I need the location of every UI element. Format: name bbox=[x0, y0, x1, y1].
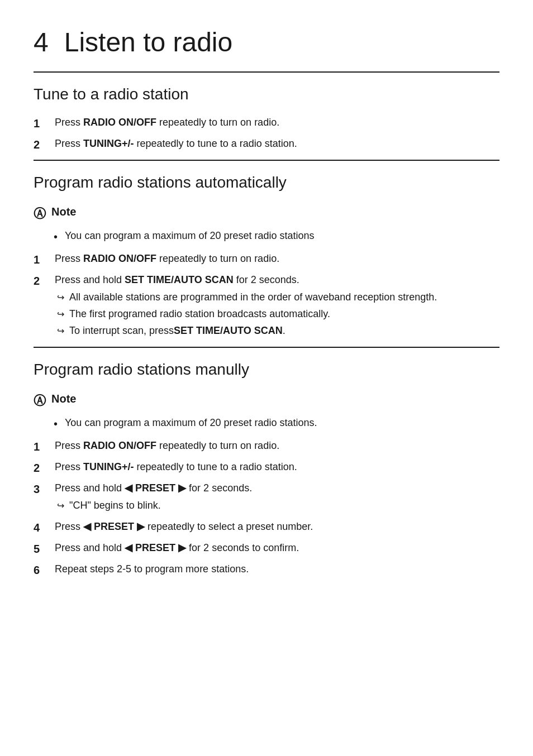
tune-heading: Tune to a radio station bbox=[34, 83, 499, 106]
step-content: Press RADIO ON/OFF repeatedly to turn on… bbox=[55, 438, 499, 453]
sub-item-1: All available stations are programmed in… bbox=[57, 290, 499, 305]
sub-item-ch: "CH" begins to blink. bbox=[57, 498, 499, 513]
tune-steps: 1 Press RADIO ON/OFF repeatedly to turn … bbox=[34, 115, 499, 153]
step-number: 1 bbox=[34, 438, 51, 455]
manual-step-1: 1 Press RADIO ON/OFF repeatedly to turn … bbox=[34, 438, 499, 455]
section-divider-1 bbox=[34, 160, 499, 161]
page-title: 4Listen to radio bbox=[34, 22, 499, 63]
step-number: 6 bbox=[34, 562, 51, 578]
manual-note-bullet-1: You can program a maximum of 20 preset r… bbox=[54, 415, 499, 430]
manual-step-3: 3 Press and hold ◀ PRESET ▶ for 2 second… bbox=[34, 481, 499, 515]
tune-step-2: 2 Press TUNING+/- repeatedly to tune to … bbox=[34, 136, 499, 153]
auto-step-2: 2 Press and hold SET TIME/AUTO SCAN for … bbox=[34, 272, 499, 340]
step-number: 2 bbox=[34, 460, 51, 476]
note-icon: Ⓐ bbox=[34, 204, 46, 223]
auto-note-bullet-1: You can program a maximum of 20 preset r… bbox=[54, 228, 499, 243]
step-content: Press and hold ◀ PRESET ▶ for 2 seconds … bbox=[55, 540, 499, 556]
step-number: 5 bbox=[34, 540, 51, 557]
step-number: 4 bbox=[34, 519, 51, 536]
auto-section: Program radio stations automatically Ⓐ N… bbox=[34, 171, 499, 340]
auto-note-label: Note bbox=[51, 203, 76, 220]
auto-step-1: 1 Press RADIO ON/OFF repeatedly to turn … bbox=[34, 251, 499, 268]
step-content: Repeat steps 2-5 to program more station… bbox=[55, 562, 499, 577]
title-text: Listen to radio bbox=[64, 27, 233, 57]
step-number: 1 bbox=[34, 115, 51, 132]
step-content: Press RADIO ON/OFF repeatedly to turn on… bbox=[55, 115, 499, 130]
auto-heading: Program radio stations automatically bbox=[34, 171, 499, 194]
title-divider bbox=[34, 71, 499, 73]
manual-note-bullets: You can program a maximum of 20 preset r… bbox=[54, 415, 499, 430]
auto-note-box: Ⓐ Note bbox=[34, 203, 499, 223]
step-number: 2 bbox=[34, 136, 51, 153]
auto-step-2-sub: All available stations are programmed in… bbox=[57, 290, 499, 338]
manual-note-box: Ⓐ Note bbox=[34, 390, 499, 410]
step-content: Press TUNING+/- repeatedly to tune to a … bbox=[55, 136, 499, 151]
step-number: 2 bbox=[34, 272, 51, 289]
chapter-number: 4 bbox=[34, 27, 49, 57]
step-content: Press RADIO ON/OFF repeatedly to turn on… bbox=[55, 251, 499, 266]
step-content: Press ◀ PRESET ▶ repeatedly to select a … bbox=[55, 519, 499, 534]
auto-note-bullets: You can program a maximum of 20 preset r… bbox=[54, 228, 499, 243]
sub-item-3: To interrupt scan, press SET TIME/AUTO S… bbox=[57, 323, 499, 338]
sub-item-2: The first programed radio station broadc… bbox=[57, 307, 499, 322]
manual-steps: 1 Press RADIO ON/OFF repeatedly to turn … bbox=[34, 438, 499, 578]
manual-step-2: 2 Press TUNING+/- repeatedly to tune to … bbox=[34, 460, 499, 476]
manual-step-3-sub: "CH" begins to blink. bbox=[57, 498, 499, 513]
tune-section: Tune to a radio station 1 Press RADIO ON… bbox=[34, 83, 499, 153]
auto-steps: 1 Press RADIO ON/OFF repeatedly to turn … bbox=[34, 251, 499, 340]
step-content: Press and hold ◀ PRESET ▶ for 2 seconds.… bbox=[55, 481, 499, 515]
step-content: Press and hold SET TIME/AUTO SCAN for 2 … bbox=[55, 272, 499, 340]
step-content: Press TUNING+/- repeatedly to tune to a … bbox=[55, 460, 499, 475]
manual-step-6: 6 Repeat steps 2-5 to program more stati… bbox=[34, 562, 499, 578]
manual-step-4: 4 Press ◀ PRESET ▶ repeatedly to select … bbox=[34, 519, 499, 536]
manual-note-label: Note bbox=[51, 390, 76, 407]
tune-step-1: 1 Press RADIO ON/OFF repeatedly to turn … bbox=[34, 115, 499, 132]
manual-step-5: 5 Press and hold ◀ PRESET ▶ for 2 second… bbox=[34, 540, 499, 557]
manual-heading: Program radio stations manully bbox=[34, 358, 499, 381]
manual-section: Program radio stations manully Ⓐ Note Yo… bbox=[34, 358, 499, 578]
step-number: 1 bbox=[34, 251, 51, 268]
step-number: 3 bbox=[34, 481, 51, 497]
section-divider-2 bbox=[34, 347, 499, 348]
note-icon: Ⓐ bbox=[34, 391, 46, 410]
